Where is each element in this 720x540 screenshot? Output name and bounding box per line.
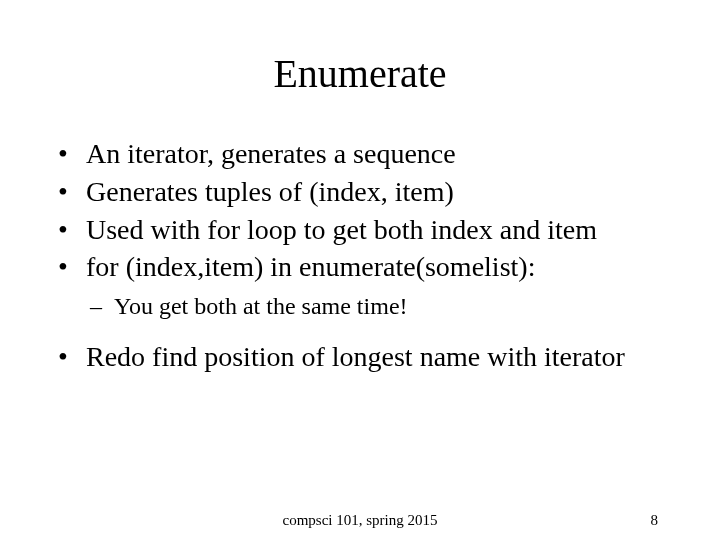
bullet-list: An iterator, generates a sequence Genera… <box>50 135 670 286</box>
bullet-item: Generates tuples of (index, item) <box>58 173 670 211</box>
bullet-item: Used with for loop to get both index and… <box>58 211 670 249</box>
footer-page-number: 8 <box>651 512 659 529</box>
sub-bullet-item: You get both at the same time! <box>90 290 670 324</box>
bullet-list: Redo find position of longest name with … <box>50 338 670 376</box>
bullet-item: An iterator, generates a sequence <box>58 135 670 173</box>
bullet-item: for (index,item) in enumerate(somelist): <box>58 248 670 286</box>
bullet-item: Redo find position of longest name with … <box>58 338 670 376</box>
sub-bullet-list: You get both at the same time! <box>50 290 670 324</box>
slide-title: Enumerate <box>50 50 670 97</box>
slide-container: Enumerate An iterator, generates a seque… <box>0 0 720 540</box>
footer-course: compsci 101, spring 2015 <box>283 512 438 529</box>
